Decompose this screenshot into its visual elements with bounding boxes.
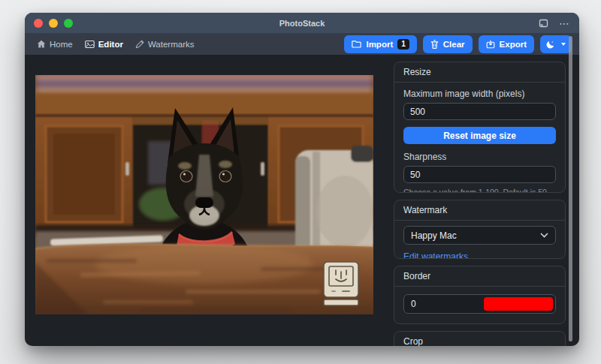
- pencil-icon: [135, 40, 144, 49]
- more-options-icon[interactable]: ⋯: [559, 20, 570, 27]
- watermark-select[interactable]: Happy Mac: [403, 226, 556, 245]
- navbar: Home Editor Watermarks Import 1 Clear Ex…: [25, 33, 579, 55]
- export-label: Export: [500, 40, 527, 49]
- desktop: { "window": { "titlebar": { "title": "Ph…: [0, 0, 601, 364]
- crop-panel-title: Crop: [394, 332, 565, 346]
- zoom-window-button[interactable]: [64, 19, 73, 28]
- max-width-label: Maximum image width (pixels): [403, 89, 556, 99]
- nav-item-home[interactable]: Home: [37, 40, 73, 49]
- minimize-window-button[interactable]: [49, 19, 58, 28]
- nav-item-label: Watermarks: [148, 40, 195, 49]
- import-count-badge: 1: [397, 39, 409, 50]
- max-width-input[interactable]: [403, 103, 556, 120]
- import-button[interactable]: Import 1: [344, 35, 416, 53]
- moon-icon: [546, 40, 555, 49]
- import-label: Import: [366, 40, 393, 49]
- border-color-picker[interactable]: [484, 297, 553, 311]
- sidebar-scrollbar[interactable]: [569, 36, 572, 341]
- watermark-panel-title: Watermark: [394, 200, 565, 221]
- nav-item-label: Home: [50, 40, 73, 49]
- clear-label: Clear: [443, 40, 465, 49]
- border-panel: Border: [394, 266, 566, 324]
- resize-panel-title: Resize: [394, 62, 565, 83]
- dog-photo: [35, 75, 373, 314]
- border-panel-title: Border: [394, 266, 565, 287]
- app-window: PhotoStack ⋯ Home Editor Watermarks: [25, 13, 579, 346]
- titlebar: PhotoStack ⋯: [25, 13, 579, 33]
- border-width-input[interactable]: [404, 295, 482, 313]
- export-button[interactable]: Export: [479, 35, 534, 53]
- image-icon: [85, 40, 95, 49]
- window-title: PhotoStack: [25, 19, 579, 28]
- sharpness-help-text: Choose a value from 1-100. Default is 50…: [403, 188, 556, 193]
- chevron-down-icon: [540, 233, 548, 238]
- home-icon: [37, 40, 46, 49]
- nav-item-label: Editor: [98, 40, 123, 49]
- watermark-panel: Watermark Happy Mac Edit watermarks: [394, 200, 566, 259]
- nav-item-watermarks[interactable]: Watermarks: [135, 40, 195, 49]
- sharpness-label: Sharpness: [403, 152, 556, 162]
- crop-panel: Crop: [394, 331, 566, 346]
- nav-item-editor[interactable]: Editor: [85, 40, 123, 49]
- photo-preview: [35, 75, 373, 314]
- box-arrow-down-icon: [486, 40, 495, 49]
- edit-watermarks-link[interactable]: Edit watermarks: [403, 251, 468, 259]
- sidebar: Resize Maximum image width (pixels) Rese…: [394, 62, 566, 346]
- happy-mac-watermark: [324, 262, 358, 305]
- resize-panel: Resize Maximum image width (pixels) Rese…: [394, 62, 566, 193]
- sharpness-input[interactable]: [403, 166, 556, 183]
- theme-toggle-button[interactable]: [540, 35, 572, 53]
- watermark-selected-value: Happy Mac: [411, 230, 540, 241]
- chevron-down-icon: [561, 43, 566, 46]
- trash-icon: [430, 40, 439, 49]
- clear-button[interactable]: Clear: [423, 35, 473, 53]
- close-window-button[interactable]: [34, 19, 43, 28]
- folder-icon: [352, 40, 361, 48]
- reset-image-size-button[interactable]: Reset image size: [403, 127, 556, 144]
- traffic-lights: [34, 19, 73, 28]
- open-in-window-icon[interactable]: [539, 19, 548, 28]
